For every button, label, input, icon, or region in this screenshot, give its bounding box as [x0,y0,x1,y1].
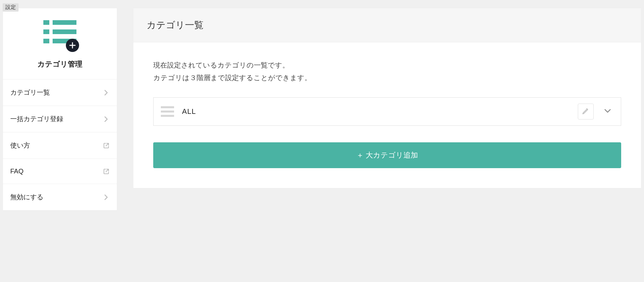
edit-button[interactable] [578,104,594,119]
category-list-icon [43,20,76,50]
description-line: カテゴリは３階層まで設定することができます。 [153,71,621,84]
sidebar-header: カテゴリ管理 [3,8,117,79]
sidebar-item-faq[interactable]: FAQ [3,159,117,184]
sidebar-item-label: 一括カテゴリ登録 [10,115,63,123]
sidebar-item-label: 使い方 [10,141,30,150]
pencil-icon [582,107,590,116]
sidebar-item-label: カテゴリ一覧 [10,88,50,97]
sidebar: カテゴリ管理 カテゴリ一覧 一括カテゴリ登録 使い方 FAQ [3,8,117,211]
sidebar-item-bulk-register[interactable]: 一括カテゴリ登録 [3,106,117,132]
sidebar-item-label: FAQ [10,167,23,175]
chevron-right-icon [103,89,110,96]
sidebar-title: カテゴリ管理 [37,59,82,69]
settings-badge: 設定 [3,3,19,12]
main-header: カテゴリ一覧 [133,8,641,42]
main-body: 現在設定されているカテゴリの一覧です。 カテゴリは３階層まで設定することができま… [133,42,641,188]
expand-button[interactable] [602,106,614,118]
add-button-label: ＋ 大カテゴリ追加 [356,150,418,160]
sidebar-item-disable[interactable]: 無効にする [3,184,117,211]
page-title: カテゴリ一覧 [147,19,628,31]
description: 現在設定されているカテゴリの一覧です。 カテゴリは３階層まで設定することができま… [153,59,621,84]
plus-icon [66,39,79,52]
chevron-right-icon [103,194,110,201]
drag-handle-icon[interactable] [161,106,174,117]
sidebar-item-usage[interactable]: 使い方 [3,132,117,159]
main-panel: カテゴリ一覧 現在設定されているカテゴリの一覧です。 カテゴリは３階層まで設定す… [133,8,641,188]
description-line: 現在設定されているカテゴリの一覧です。 [153,59,621,71]
external-link-icon [103,168,110,175]
layout: カテゴリ管理 カテゴリ一覧 一括カテゴリ登録 使い方 FAQ [0,0,644,213]
external-link-icon [103,142,110,149]
chevron-right-icon [103,116,110,122]
sidebar-item-label: 無効にする [10,193,43,202]
chevron-down-icon [604,109,611,115]
category-row: ALL [153,97,621,126]
sidebar-item-category-list[interactable]: カテゴリ一覧 [3,79,117,106]
add-category-button[interactable]: ＋ 大カテゴリ追加 [153,142,621,168]
category-name: ALL [182,107,570,116]
